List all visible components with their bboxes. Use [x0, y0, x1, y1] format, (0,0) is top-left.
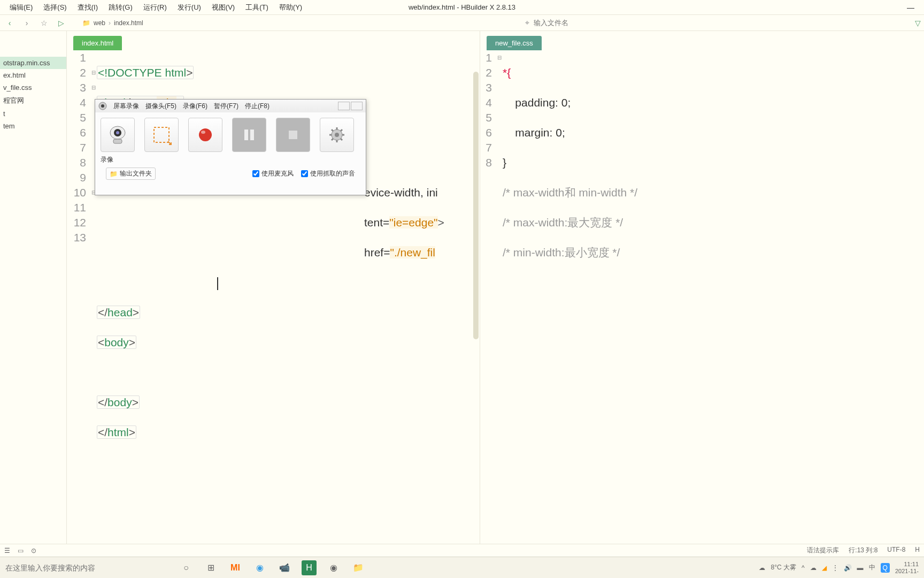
star-icon[interactable]: ☆	[37, 17, 50, 29]
window-title: web/index.html - HBuilder X 2.8.13	[409, 3, 515, 11]
recorder-menu-stop[interactable]: 停止(F8)	[245, 102, 270, 111]
status-icon-1[interactable]: ☰	[4, 547, 10, 554]
recorder-stop-button[interactable]	[276, 118, 310, 152]
status-icon-2[interactable]: ▭	[18, 547, 24, 554]
tray-security-icon[interactable]: ◢	[822, 564, 827, 572]
recorder-close-icon[interactable]	[351, 102, 363, 110]
svg-rect-5	[113, 139, 122, 143]
tab-index-html[interactable]: index.html	[73, 36, 122, 50]
recorder-capture-audio-checkbox[interactable]: 使用抓取的声音	[301, 169, 355, 178]
taskbar-clock[interactable]: 11:11 2021-11-	[895, 561, 919, 575]
weather-text[interactable]: 8°C 大雾	[771, 563, 796, 572]
svg-line-18	[332, 130, 333, 131]
recorder-menu-camera[interactable]: 摄像头(F5)	[145, 102, 176, 111]
svg-line-20	[341, 130, 342, 131]
tray-chevron-icon[interactable]: ^	[802, 564, 805, 572]
browser-icon[interactable]: ◉	[252, 560, 267, 575]
svg-line-19	[341, 139, 342, 140]
status-icon-3[interactable]: ⊙	[31, 547, 36, 554]
tab-new-file-css[interactable]: new_file.css	[487, 36, 542, 50]
menu-tools[interactable]: 工具(T)	[240, 1, 274, 14]
hbuilder-icon[interactable]: H	[302, 560, 317, 575]
recorder-menu       -pause[interactable]: 暂停(F7)	[214, 102, 238, 111]
recorder-camera-label: 录像	[101, 155, 135, 164]
cursor-position: 行:13 列:8	[849, 546, 877, 555]
file-explorer: otstrap.min.css ex.html v_file.css 程官网 t…	[0, 31, 67, 544]
mi-icon[interactable]: MI	[228, 560, 243, 575]
menu-publish[interactable]: 发行(U)	[172, 1, 206, 14]
sidebar-item-tem[interactable]: tem	[0, 120, 66, 132]
nav-back-icon[interactable]: ‹	[3, 17, 16, 29]
language-mode[interactable]: H	[915, 546, 920, 555]
recorder-app-icon	[98, 102, 107, 110]
tray-battery-icon[interactable]: ▬	[857, 564, 864, 572]
sidebar-item-t[interactable]: t	[0, 108, 66, 120]
sidebar-item-index[interactable]: ex.html	[0, 69, 66, 81]
camera-icon[interactable]: 📹	[277, 560, 292, 575]
play-icon[interactable]: ▷	[55, 17, 67, 29]
recorder-output-folder-button[interactable]: 📁 输出文件夹	[106, 168, 156, 180]
screen-recorder-window: 屏幕录像 摄像头(F5) 录像(F6) 暂停(F7) 停止(F8) 录像	[95, 99, 366, 195]
toolbar: ‹ › ☆ ▷ 📁 web › index.html ⌖ ▽	[0, 15, 924, 31]
svg-rect-6	[154, 127, 169, 142]
svg-rect-9	[244, 130, 248, 140]
menu-select[interactable]: 选择(S)	[38, 1, 72, 14]
taskbar-search-input[interactable]	[5, 564, 166, 572]
folder-icon: 📁	[110, 170, 118, 178]
file-search-input[interactable]	[534, 19, 911, 27]
svg-rect-10	[250, 130, 254, 140]
svg-point-13	[335, 133, 339, 137]
recorder-pause-button[interactable]	[232, 118, 266, 152]
recorder-mic-checkbox[interactable]: 使用麦克风	[252, 169, 294, 178]
explorer-icon[interactable]: 📁	[351, 560, 366, 575]
breadcrumb: 📁 web › index.html	[82, 19, 143, 27]
windows-taskbar: ○ ⊞ MI ◉ 📹 H ◉ 📁 ☁ 8°C 大雾 ^ ☁ ◢ ⋮ 🔊 ▬ 中 …	[0, 557, 924, 578]
sidebar-item-newfile[interactable]: v_file.css	[0, 81, 66, 94]
svg-point-8	[201, 131, 205, 134]
recorder-title: 屏幕录像	[113, 102, 139, 111]
recorder-region-button[interactable]	[144, 118, 179, 152]
menu-view[interactable]: 视图(V)	[206, 1, 240, 14]
scrollbar-left[interactable]	[473, 72, 479, 339]
code-area-right[interactable]: 1 2 3 4 5 6 7 8 ⊟ *{ padding: 0; margin:…	[480, 50, 924, 544]
cortana-icon[interactable]: ○	[179, 560, 194, 575]
chrome-icon[interactable]: ◉	[326, 560, 341, 575]
breadcrumb-file[interactable]: index.html	[114, 19, 143, 27]
menu-edit[interactable]: 编辑(E)	[4, 1, 38, 14]
recorder-menu-record[interactable]: 录像(F6)	[183, 102, 207, 111]
recorder-camera-button[interactable]	[101, 118, 135, 152]
tray-wifi-icon[interactable]: ⋮	[832, 564, 838, 572]
recorder-minimize-icon[interactable]	[338, 102, 350, 110]
menu-goto[interactable]: 跳转(G)	[103, 1, 138, 14]
gear-icon	[326, 124, 348, 146]
menu-help[interactable]: 帮助(Y)	[274, 1, 307, 14]
folder-icon: 📁	[82, 19, 90, 27]
sidebar-item-bootstrap[interactable]: otstrap.min.css	[0, 57, 66, 69]
nav-forward-icon[interactable]: ›	[20, 17, 33, 29]
tray-ime-icon[interactable]: 中	[869, 563, 875, 572]
svg-line-21	[332, 139, 333, 140]
encoding[interactable]: UTF-8	[887, 546, 905, 555]
status-bar: ☰ ▭ ⊙ 语法提示库 行:13 列:8 UTF-8 H	[0, 544, 924, 557]
syntax-hint[interactable]: 语法提示库	[807, 546, 839, 555]
menu-find[interactable]: 查找(I)	[72, 1, 103, 14]
tray-q-icon[interactable]: Q	[881, 563, 890, 573]
recorder-record-button[interactable]	[188, 118, 222, 152]
menubar: 编辑(E) 选择(S) 查找(I) 跳转(G) 运行(R) 发行(U) 视图(V…	[0, 0, 924, 15]
recorder-settings-button[interactable]	[320, 118, 354, 152]
breadcrumb-web[interactable]: web	[94, 19, 105, 27]
taskview-icon[interactable]: ⊞	[203, 560, 218, 575]
window-minimize[interactable]: —	[902, 1, 920, 14]
search-cursor-icon: ⌖	[525, 18, 529, 27]
tray-volume-icon[interactable]: 🔊	[844, 564, 852, 572]
weather-icon[interactable]: ☁	[759, 564, 765, 572]
chevron-right-icon: ›	[109, 19, 111, 27]
svg-point-7	[199, 128, 212, 141]
tray-onedrive-icon[interactable]: ☁	[810, 564, 817, 572]
svg-rect-11	[289, 131, 297, 139]
filter-icon[interactable]: ▽	[915, 19, 921, 27]
text-cursor-icon	[217, 277, 218, 290]
svg-point-4	[116, 131, 119, 134]
sidebar-item-site[interactable]: 程官网	[0, 94, 66, 108]
menu-run[interactable]: 运行(R)	[138, 1, 172, 14]
